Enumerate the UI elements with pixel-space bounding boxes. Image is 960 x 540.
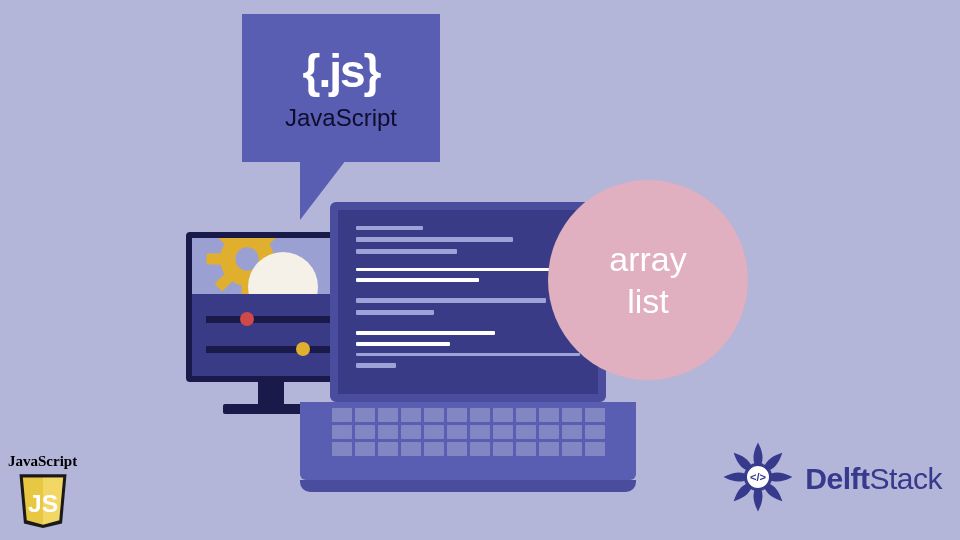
js-badge: JavaScript JS xyxy=(8,453,77,526)
brand-bold: Delft xyxy=(805,462,869,495)
code-line xyxy=(356,331,495,335)
delftstack-logo: </> DelftStack xyxy=(721,440,942,518)
slider-thumb-red xyxy=(240,312,254,326)
svg-text:</>: </> xyxy=(750,471,767,483)
circle-text-2: list xyxy=(627,280,669,323)
topic-circle: array list xyxy=(548,180,748,380)
laptop-front-edge xyxy=(300,480,636,492)
js-bubble-label: JavaScript xyxy=(285,104,397,132)
circle-text-1: array xyxy=(609,238,686,281)
js-speech-bubble: {.js} JavaScript xyxy=(242,14,440,162)
code-line xyxy=(356,310,434,315)
code-line xyxy=(356,353,580,356)
svg-rect-1 xyxy=(242,232,253,235)
slider-1 xyxy=(206,316,336,323)
slider-2 xyxy=(206,346,336,353)
code-line xyxy=(356,298,546,303)
code-line xyxy=(356,268,580,271)
keyboard xyxy=(332,408,605,480)
svg-text:JS: JS xyxy=(28,490,58,517)
code-line xyxy=(356,342,450,346)
brand-name: DelftStack xyxy=(805,462,942,496)
code-line xyxy=(356,278,479,282)
code-line xyxy=(356,249,457,254)
brand-light: Stack xyxy=(869,462,942,495)
monitor-stand xyxy=(258,382,284,404)
laptop-keyboard-deck xyxy=(300,402,636,480)
js-badge-label: JavaScript xyxy=(8,453,77,470)
code-line xyxy=(356,237,513,242)
monitor-ground xyxy=(192,294,350,376)
mandala-icon: </> xyxy=(721,440,795,518)
code-line xyxy=(356,226,423,230)
svg-rect-3 xyxy=(207,254,223,265)
code-line xyxy=(356,363,396,368)
js-shield-icon: JS xyxy=(15,472,71,526)
js-logo-text: {.js} xyxy=(303,44,380,98)
slider-thumb-yellow xyxy=(296,342,310,356)
